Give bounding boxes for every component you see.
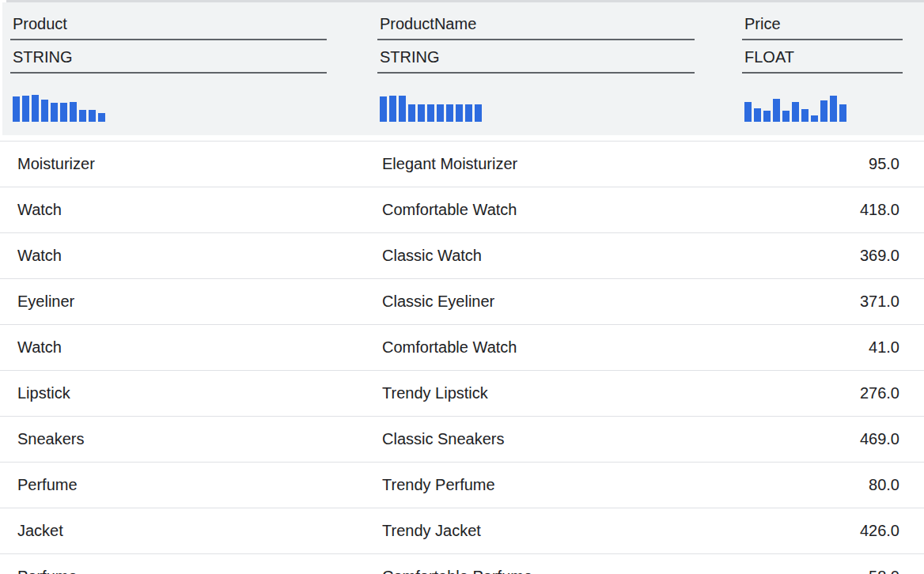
histogram-bar [70, 102, 77, 122]
table-cell: 426.0 [741, 522, 924, 540]
column-type: STRING [10, 40, 327, 72]
histogram-bar [427, 104, 434, 122]
histogram-bar [13, 96, 20, 122]
histogram-bar [744, 102, 752, 122]
table-cell: 80.0 [741, 476, 924, 494]
table-cell: Watch [0, 247, 382, 265]
column-name: ProductName [377, 2, 695, 39]
table-cell: Comfortable Watch [382, 201, 741, 219]
table-cell: 41.0 [741, 338, 924, 357]
table-cell: Classic Eyeliner [382, 293, 741, 311]
histogram-bar [51, 103, 58, 122]
table-cell: Perfume [0, 476, 382, 494]
histogram-bar [465, 104, 472, 122]
histogram-bar [773, 99, 780, 122]
header-divider [742, 72, 903, 74]
column-name: Product [10, 2, 327, 39]
table-row: JacketTrendy Jacket426.0 [0, 508, 924, 553]
histogram-bar [475, 104, 482, 122]
table-cell: Comfortable Watch [382, 338, 741, 357]
table-cell: 369.0 [741, 247, 924, 265]
table-cell: Classic Sneakers [382, 430, 741, 448]
histogram-bar [754, 108, 761, 122]
value-distribution-histogram [742, 95, 903, 122]
histogram-bar [32, 95, 39, 122]
table-cell: Trendy Perfume [382, 476, 741, 494]
table-cell: Eyeliner [0, 293, 382, 311]
histogram-bar [830, 96, 837, 122]
histogram-bar [60, 103, 67, 122]
table-row: PerfumeComfortable Perfume58.0 [0, 553, 924, 574]
table-row: EyelinerClassic Eyeliner371.0 [0, 278, 924, 324]
histogram-bar [399, 96, 406, 122]
column-header-productname: ProductName STRING [377, 2, 695, 122]
column-type: FLOAT [742, 40, 903, 72]
value-distribution-histogram [10, 95, 327, 122]
table-cell: 469.0 [741, 430, 924, 448]
histogram-bar [763, 111, 771, 122]
value-distribution-histogram [377, 95, 695, 122]
table-cell: Perfume [0, 568, 382, 574]
table-cell: 95.0 [741, 155, 924, 173]
header-divider [377, 72, 695, 74]
histogram-bar [41, 100, 48, 122]
column-header-price: Price FLOAT [742, 2, 903, 122]
table-row: PerfumeTrendy Perfume80.0 [0, 462, 924, 508]
table-cell: Watch [0, 338, 382, 357]
column-name: Price [742, 2, 903, 39]
table-header: Product STRING ProductName STRING Price … [2, 2, 924, 135]
histogram-bar [839, 104, 846, 122]
table-cell: Comfortable Perfume [382, 568, 741, 574]
table-cell: Sneakers [0, 430, 382, 448]
table-row: MoisturizerElegant Moisturizer95.0 [0, 141, 924, 187]
table-cell: Elegant Moisturizer [382, 155, 741, 173]
table-cell: 418.0 [741, 201, 924, 219]
histogram-bar [389, 96, 396, 122]
table-cell: Watch [0, 201, 382, 219]
table-preview-panel: Product STRING ProductName STRING Price … [0, 0, 924, 574]
table-cell: 58.0 [741, 568, 924, 574]
histogram-bar [22, 96, 29, 122]
histogram-bar [820, 100, 827, 122]
table-cell: Classic Watch [382, 247, 741, 265]
histogram-bar [782, 111, 790, 122]
histogram-bar [801, 109, 808, 122]
histogram-bar [446, 104, 453, 122]
table-row: WatchComfortable Watch418.0 [0, 187, 924, 232]
table-row: SneakersClassic Sneakers469.0 [0, 416, 924, 462]
histogram-bar [456, 104, 463, 122]
histogram-bar [418, 104, 425, 122]
table-row: WatchClassic Watch369.0 [0, 232, 924, 278]
table-cell: Trendy Jacket [382, 522, 741, 540]
histogram-bar [408, 104, 415, 122]
table-cell: Trendy Lipstick [382, 384, 741, 402]
histogram-bar [380, 96, 387, 122]
histogram-bar [89, 110, 96, 122]
table-row: LipstickTrendy Lipstick276.0 [0, 370, 924, 416]
column-type: STRING [377, 40, 695, 72]
table-cell: 276.0 [741, 384, 924, 402]
histogram-bar [437, 104, 444, 122]
histogram-bar [79, 110, 86, 122]
histogram-bar [792, 102, 799, 122]
table-cell: 371.0 [741, 293, 924, 311]
table-cell: Lipstick [0, 384, 382, 402]
table-body: MoisturizerElegant Moisturizer95.0WatchC… [0, 141, 924, 574]
header-divider [10, 72, 327, 74]
column-header-product: Product STRING [10, 2, 327, 122]
histogram-bar [98, 113, 105, 122]
histogram-bar [811, 115, 818, 122]
table-row: WatchComfortable Watch41.0 [0, 324, 924, 370]
table-cell: Jacket [0, 522, 382, 540]
table-cell: Moisturizer [0, 155, 382, 173]
